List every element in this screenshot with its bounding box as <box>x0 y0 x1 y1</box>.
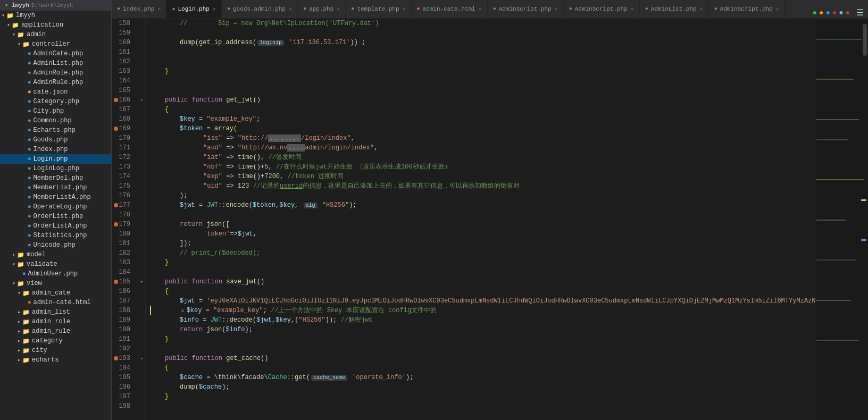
code-line-185[interactable]: public function save_jwt() <box>150 277 815 287</box>
edge-icon[interactable]: ● <box>825 9 830 17</box>
code-line-178[interactable] <box>150 210 815 220</box>
code-line-198[interactable] <box>150 401 815 411</box>
code-line-169[interactable]: $token = array( <box>150 124 815 133</box>
breakpoint-indicator[interactable] <box>114 222 118 226</box>
sidebar-item-Unicode.php[interactable]: ●Unicode.php <box>0 240 111 250</box>
sidebar-item-admin_rule[interactable]: 📁admin_rule <box>0 326 111 336</box>
code-line-175[interactable]: "uid" => 123 //记录的userid的信息，这里是自己添加上去的，如… <box>150 181 815 191</box>
fold-gutter-166[interactable]: ▾ <box>138 95 145 105</box>
code-line-177[interactable]: $jwt = JWT::encode($token,$key, alg "HS2… <box>150 200 815 210</box>
tab-index.php[interactable]: ●index.php✕ <box>112 0 166 18</box>
code-line-191[interactable]: } <box>150 334 815 344</box>
code-line-180[interactable]: 'token'=>$jwt, <box>150 229 815 239</box>
sidebar-item-admin_cate[interactable]: 📁admin_cate <box>0 288 111 298</box>
code-line-162[interactable] <box>150 57 815 66</box>
breakpoint-indicator[interactable] <box>114 280 118 284</box>
fold-gutter-193[interactable]: ▾ <box>138 354 145 363</box>
code-line-176[interactable]: ); <box>150 191 815 200</box>
fold-arrow[interactable]: ▾ <box>140 279 143 285</box>
sidebar-item-AdminList.php[interactable]: ●AdminList.php <box>0 58 111 68</box>
code-line-181[interactable]: ]); <box>150 239 815 248</box>
sidebar-item-MemberListA.php[interactable]: ●MemberListA.php <box>0 192 111 202</box>
sidebar-item-view[interactable]: 📁view <box>0 279 111 288</box>
tab-close-button[interactable]: ✕ <box>776 6 779 12</box>
tab-close-button[interactable]: ✕ <box>700 6 703 12</box>
tab-admin-cate.html[interactable]: ●admin-cate.html✕ <box>412 0 488 18</box>
sidebar-item-Echarts.php[interactable]: ●Echarts.php <box>0 125 111 135</box>
tab-close-button[interactable]: ✕ <box>289 6 292 12</box>
code-line-163[interactable]: } <box>150 66 815 76</box>
sidebar-item-MemberList.php[interactable]: ●MemberList.php <box>0 183 111 192</box>
tab-AdminList.php[interactable]: ●AdminList.php✕ <box>640 0 709 18</box>
code-line-164[interactable] <box>150 76 815 86</box>
tab-app.php[interactable]: ●app.php✕ <box>298 0 346 18</box>
tab-close-button[interactable]: ✕ <box>479 6 482 12</box>
code-line-182[interactable]: // print_r($decoded); <box>150 248 815 258</box>
code-line-184[interactable] <box>150 267 815 277</box>
code-line-196[interactable]: dump($cache); <box>150 382 815 392</box>
fold-arrow[interactable]: ▾ <box>140 356 143 362</box>
sidebar-item-echarts[interactable]: 📁echarts <box>0 355 111 365</box>
code-line-189[interactable]: $info = JWT::decode($jwt,$key,["HS256"])… <box>150 315 815 325</box>
project-header[interactable]: lmyyh D:\work\lmyyh <box>0 0 111 11</box>
sidebar-item-Index.php[interactable]: ●Index.php <box>0 145 111 154</box>
tab-AdminScript.php[interactable]: ●AdminScript.php✕ <box>564 0 640 18</box>
ie-icon[interactable]: ● <box>832 9 837 17</box>
sidebar-item-Category.php[interactable]: ●Category.php <box>0 97 111 106</box>
sidebar-item-model[interactable]: 📁model <box>0 250 111 259</box>
code-line-190[interactable]: return json($info); <box>150 325 815 334</box>
tab-AdminScript.php[interactable]: ●AdminScript.php✕ <box>709 0 785 18</box>
code-line-167[interactable]: { <box>150 105 815 114</box>
fold-arrow[interactable]: ▾ <box>140 97 143 103</box>
menu-icon[interactable]: ☰ <box>856 7 864 18</box>
sidebar-item-OperateLog.php[interactable]: ●OperateLog.php <box>0 202 111 212</box>
sidebar-item-AdminCate.php[interactable]: ●AdminCate.php <box>0 49 111 58</box>
tab-close-button[interactable]: ✕ <box>213 6 216 12</box>
tab-goods.admin.php[interactable]: ●goods.admin.php✕ <box>222 0 298 18</box>
sidebar-item-city[interactable]: 📁city <box>0 346 111 355</box>
sidebar-item-project-root[interactable]: 📁lmyyh <box>0 11 111 20</box>
code-line-166[interactable]: public function get_jwt() <box>150 95 815 105</box>
breakpoint-indicator[interactable] <box>114 203 118 207</box>
code-line-197[interactable]: } <box>150 392 815 401</box>
sidebar-item-OrderList.php[interactable]: ●OrderList.php <box>0 212 111 221</box>
code-line-170[interactable]: "iss" => "http://......../login/index", <box>150 133 815 143</box>
fold-gutter-185[interactable]: ▾ <box>138 277 145 287</box>
code-line-158[interactable]: // $ip = new Org\Net\IpLocation('UTFWry.… <box>150 19 815 28</box>
breakpoint-indicator[interactable] <box>114 98 118 102</box>
code-line-194[interactable]: { <box>150 363 815 373</box>
tab-close-button[interactable]: ✕ <box>157 6 161 12</box>
sidebar-item-admin_list[interactable]: 📁admin_list <box>0 307 111 317</box>
chrome-icon[interactable]: ● <box>813 9 817 17</box>
sidebar-item-Login.php[interactable]: ●Login.php <box>0 154 111 164</box>
sidebar-item-AdminUser.php-v[interactable]: ●AdminUser.php <box>0 269 111 279</box>
code-line-183[interactable]: } <box>150 258 815 267</box>
breakpoint-indicator[interactable] <box>114 127 118 131</box>
sidebar-item-OrderListA.php[interactable]: ●OrderListA.php <box>0 221 111 231</box>
sidebar-item-City.php[interactable]: ●City.php <box>0 106 111 116</box>
sidebar-item-Goods.php[interactable]: ●Goods.php <box>0 135 111 145</box>
opera-icon[interactable]: ● <box>846 9 850 17</box>
sidebar-item-controller[interactable]: 📁controller <box>0 39 111 49</box>
sidebar-item-category[interactable]: 📁category <box>0 336 111 346</box>
tab-template.php[interactable]: ●template.php✕ <box>346 0 411 18</box>
code-line-173[interactable]: "nbf" => time()+5, //在什么时候jwt开始生效 （这里表示生… <box>150 162 815 172</box>
code-line-159[interactable] <box>150 28 815 38</box>
sidebar-item-AdminRule.php[interactable]: ●AdminRule.php <box>0 78 111 87</box>
tab-Login.php[interactable]: ●Login.php✕ <box>166 0 221 18</box>
code-line-187[interactable]: $jwt = 'eyJ0eXAiOiJKV1QiLCJhbGciOiJIUzI1… <box>150 296 815 306</box>
code-line-172[interactable]: "iat" => time(), //签发时间 <box>150 153 815 162</box>
sidebar-item-cate.json[interactable]: ●cate.json <box>0 87 111 97</box>
tab-close-button[interactable]: ✕ <box>403 6 406 12</box>
scrollbar-thumb[interactable] <box>863 24 867 56</box>
sidebar-item-admin[interactable]: 📁admin <box>0 30 111 39</box>
code-line-188[interactable]: ⚠$key = "example_key"; //上一个方法中的 $key 本应… <box>150 306 815 315</box>
tab-close-button[interactable]: ✕ <box>555 6 558 12</box>
code-content[interactable]: // $ip = new Org\Net\IpLocation('UTFWry.… <box>146 19 815 420</box>
code-line-161[interactable] <box>150 47 815 57</box>
code-line-168[interactable]: $key = "example_key"; <box>150 114 815 124</box>
code-line-165[interactable] <box>150 86 815 95</box>
sidebar-item-Statistics.php[interactable]: ●Statistics.php <box>0 231 111 240</box>
sidebar-item-application[interactable]: 📁application <box>0 20 111 30</box>
code-line-179[interactable]: return json([ <box>150 220 815 229</box>
